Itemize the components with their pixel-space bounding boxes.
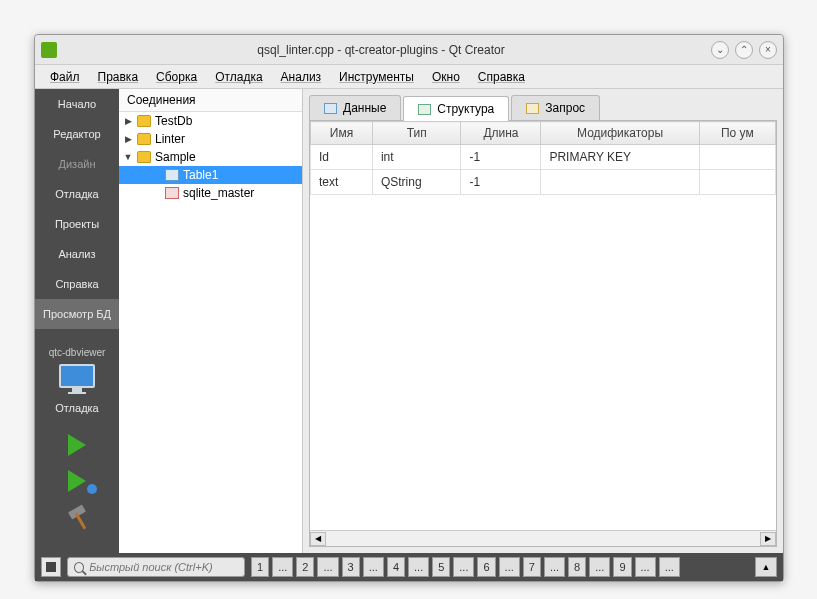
locator-search[interactable] [67, 557, 245, 577]
output-pane-button[interactable]: 8 [568, 557, 586, 577]
output-pane-button[interactable]: 5 [432, 557, 450, 577]
output-pane-button[interactable]: ... [499, 557, 520, 577]
tab[interactable]: Данные [309, 95, 401, 120]
run-debug-button[interactable] [35, 456, 119, 492]
table-row[interactable]: Idint-1PRIMARY KEY [311, 145, 776, 170]
output-pane-button[interactable]: ... [659, 557, 680, 577]
cell: -1 [461, 170, 541, 195]
tree-item-label: TestDb [155, 114, 192, 128]
cell [699, 145, 775, 170]
minimize-button[interactable]: ⌄ [711, 41, 729, 59]
tree-item-label: Table1 [183, 168, 218, 182]
output-pane-button[interactable]: 3 [342, 557, 360, 577]
connections-panel: Соединения ▶TestDb▶Linter▼SampleTable1sq… [119, 89, 303, 553]
sidebar-item[interactable]: Дизайн [35, 149, 119, 179]
scroll-right-button[interactable]: ▶ [760, 532, 776, 546]
sidebar-item[interactable]: Отладка [35, 179, 119, 209]
tree-row[interactable]: ▼Sample [119, 148, 302, 166]
close-button[interactable]: × [759, 41, 777, 59]
tree-row[interactable]: Table1 [119, 166, 302, 184]
menu-item[interactable]: Правка [89, 67, 148, 87]
column-header[interactable]: Модификаторы [541, 122, 699, 145]
menu-item[interactable]: Анализ [272, 67, 331, 87]
output-pane-button[interactable]: 4 [387, 557, 405, 577]
cell [541, 170, 699, 195]
bottom-bar: 1...2...3...4...5...6...7...8...9...... … [35, 553, 783, 581]
target-selector[interactable] [55, 364, 99, 398]
title-bar: qsql_linter.cpp - qt-creator-plugins - Q… [35, 35, 783, 65]
tab[interactable]: Структура [403, 96, 509, 121]
search-input[interactable] [89, 561, 238, 573]
column-header[interactable]: По ум [699, 122, 775, 145]
output-pane-button[interactable]: 9 [613, 557, 631, 577]
sidebar-item[interactable]: Начало [35, 89, 119, 119]
output-pane-button[interactable]: ... [272, 557, 293, 577]
toggle-sidebar-button[interactable] [41, 557, 61, 577]
menu-item[interactable]: Окно [423, 67, 469, 87]
horizontal-scrollbar[interactable]: ◀ ▶ [310, 530, 776, 546]
output-pane-button[interactable]: 2 [296, 557, 314, 577]
cell: -1 [461, 145, 541, 170]
menu-item[interactable]: Справка [469, 67, 534, 87]
tree-row[interactable]: sqlite_master [119, 184, 302, 202]
search-icon [74, 562, 84, 573]
tab-label: Запрос [545, 101, 585, 115]
structure-table-wrap: ИмяТипДлинаМодификаторыПо ум Idint-1PRIM… [309, 120, 777, 547]
column-header[interactable]: Тип [372, 122, 461, 145]
menu-item[interactable]: Файл [41, 67, 89, 87]
tab-label: Структура [437, 102, 494, 116]
cell: Id [311, 145, 373, 170]
tree-row[interactable]: ▶TestDb [119, 112, 302, 130]
sidebar-item[interactable]: Просмотр БД [35, 299, 119, 329]
cell: text [311, 170, 373, 195]
expand-arrow-icon[interactable]: ▶ [123, 116, 133, 126]
table-icon [165, 187, 179, 199]
menu-item[interactable]: Инструменты [330, 67, 423, 87]
output-pane-button[interactable]: ... [317, 557, 338, 577]
sidebar-item[interactable]: Справка [35, 269, 119, 299]
expand-arrow-icon[interactable]: ▶ [123, 134, 133, 144]
tree-item-label: Sample [155, 150, 196, 164]
cell: int [372, 145, 461, 170]
cell: PRIMARY KEY [541, 145, 699, 170]
kit-label: qtc-dbviewer [35, 347, 119, 358]
maximize-button[interactable]: ⌃ [735, 41, 753, 59]
output-toggle-button[interactable]: ▲ [755, 557, 777, 577]
run-button[interactable] [68, 434, 86, 456]
database-icon [137, 133, 151, 145]
menu-item[interactable]: Сборка [147, 67, 206, 87]
tree-row[interactable]: ▶Linter [119, 130, 302, 148]
output-pane-button[interactable]: ... [408, 557, 429, 577]
app-icon [41, 42, 57, 58]
cell [699, 170, 775, 195]
sidebar-item[interactable]: Анализ [35, 239, 119, 269]
column-header[interactable]: Длина [461, 122, 541, 145]
expand-arrow-icon[interactable]: ▼ [123, 152, 133, 162]
table-row[interactable]: textQString-1 [311, 170, 776, 195]
output-pane-button[interactable]: 1 [251, 557, 269, 577]
output-pane-button[interactable]: ... [544, 557, 565, 577]
sidebar-item[interactable]: Проекты [35, 209, 119, 239]
connections-tree[interactable]: ▶TestDb▶Linter▼SampleTable1sqlite_master [119, 112, 302, 553]
output-pane-button[interactable]: 7 [523, 557, 541, 577]
db-tabs: ДанныеСтруктураЗапрос [303, 89, 783, 120]
column-header[interactable]: Имя [311, 122, 373, 145]
scroll-left-button[interactable]: ◀ [310, 532, 326, 546]
database-icon [137, 151, 151, 163]
tab-icon [418, 104, 431, 115]
output-pane-button[interactable]: 6 [477, 557, 495, 577]
output-pane-button[interactable]: ... [589, 557, 610, 577]
database-icon [137, 115, 151, 127]
menu-item[interactable]: Отладка [206, 67, 271, 87]
build-button[interactable] [65, 506, 89, 530]
structure-table-scroll[interactable]: ИмяТипДлинаМодификаторыПо ум Idint-1PRIM… [310, 121, 776, 530]
tab-label: Данные [343, 101, 386, 115]
main-window: qsql_linter.cpp - qt-creator-plugins - Q… [34, 34, 784, 582]
connections-header: Соединения [119, 89, 302, 112]
tab[interactable]: Запрос [511, 95, 600, 120]
sidebar-item[interactable]: Редактор [35, 119, 119, 149]
output-pane-button[interactable]: ... [363, 557, 384, 577]
tree-item-label: Linter [155, 132, 185, 146]
output-pane-button[interactable]: ... [453, 557, 474, 577]
output-pane-button[interactable]: ... [635, 557, 656, 577]
